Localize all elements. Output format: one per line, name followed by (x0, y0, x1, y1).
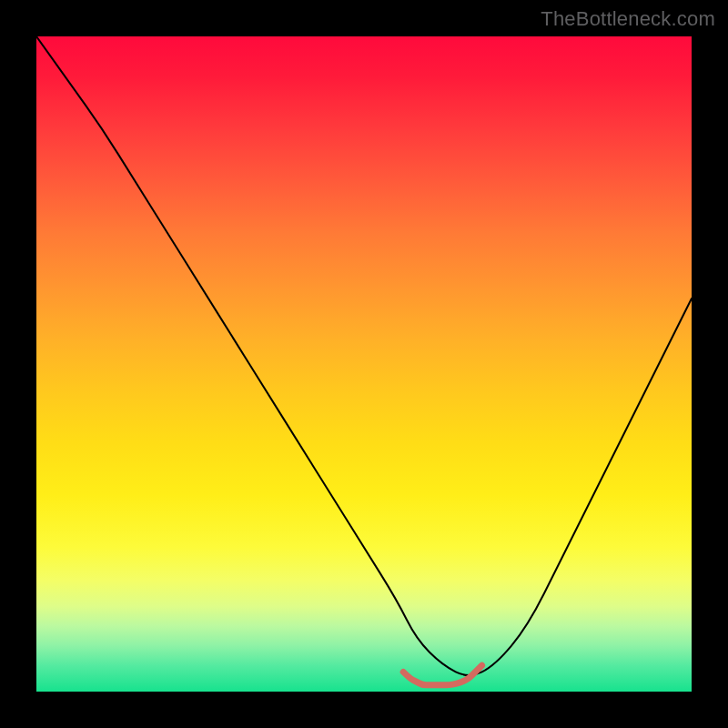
curve-layer (36, 36, 692, 692)
bottleneck-curve-path (36, 36, 692, 675)
chart-frame: TheBottleneck.com (0, 0, 728, 728)
plot-area (36, 36, 692, 692)
highlight-flat-region-path (403, 665, 481, 685)
watermark-text: TheBottleneck.com (541, 7, 715, 31)
